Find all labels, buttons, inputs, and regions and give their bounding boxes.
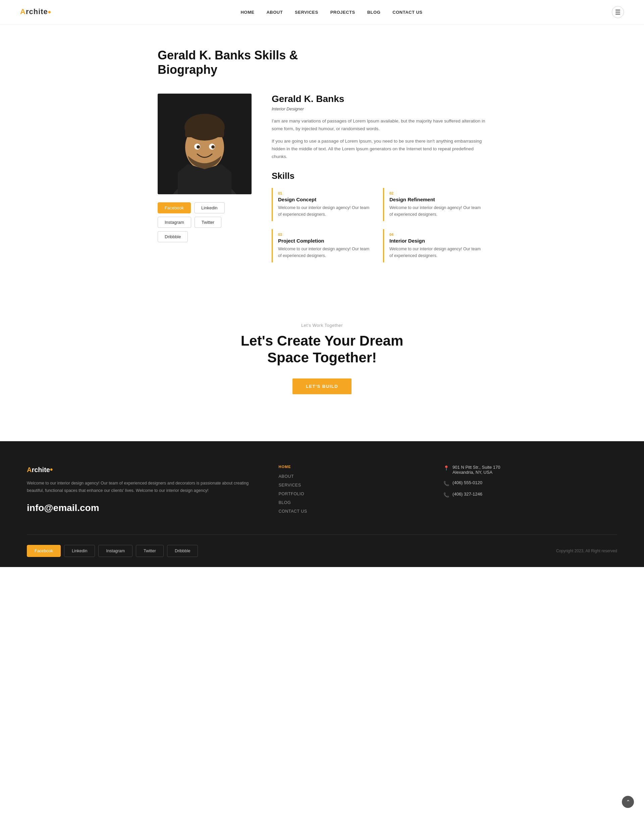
social-dribbble[interactable]: Dribbble xyxy=(158,231,188,242)
main-content: Gerald K. Banks Skills & Biography xyxy=(138,25,506,282)
footer-social-buttons: Facebook Linkedin Instagram Twitter Drib… xyxy=(27,545,198,557)
footer-social-instagram[interactable]: Instagram xyxy=(98,545,132,557)
bio-left: Facebook Linkedin Instagram Twitter Drib… xyxy=(158,94,251,242)
nav-services[interactable]: SERVICES xyxy=(295,10,318,15)
bio-section: Facebook Linkedin Instagram Twitter Drib… xyxy=(158,94,486,262)
social-instagram[interactable]: Instagram xyxy=(158,217,191,228)
cta-title: Let's Create Your Dream Space Together! xyxy=(208,333,436,367)
footer-col-brand: Archite• Welcome to our interior design … xyxy=(27,465,259,518)
footer-top: Archite• Welcome to our interior design … xyxy=(27,465,617,518)
logo[interactable]: Archite• xyxy=(20,7,51,17)
skills-grid: 01 Design Concept Welcome to our interio… xyxy=(272,188,486,262)
footer-nav-title: HOME xyxy=(279,465,424,469)
cta-button[interactable]: LET'S BUILD xyxy=(293,379,351,394)
footer-bottom: Facebook Linkedin Instagram Twitter Drib… xyxy=(27,534,617,557)
social-linkedin[interactable]: Linkedin xyxy=(194,202,224,213)
bio-role: Interior Designer xyxy=(272,106,486,111)
nav-blog[interactable]: BLOG xyxy=(367,10,381,15)
footer-social-facebook[interactable]: Facebook xyxy=(27,545,61,557)
person-illustration xyxy=(158,94,251,194)
main-nav: HOME ABOUT SERVICES PROJECTS BLOG CONTAC… xyxy=(241,10,422,15)
footer-phone1: 📞 (406) 555-0120 xyxy=(443,480,617,486)
bio-para2: If you are going to use a passage of Lor… xyxy=(272,138,486,161)
social-facebook[interactable]: Facebook xyxy=(158,202,191,213)
menu-button[interactable] xyxy=(612,6,624,18)
footer-nav-contact[interactable]: CONTACT US xyxy=(279,509,424,514)
footer-logo-a: A xyxy=(27,466,32,473)
nav-contact[interactable]: CONTACT US xyxy=(393,10,422,15)
menu-line-1 xyxy=(615,10,620,11)
skill-desc-3: Welcome to our interior design agency! O… xyxy=(278,246,370,259)
skill-num-4: 04 xyxy=(389,233,481,236)
cta-subtitle: Let's Work Together xyxy=(208,323,436,328)
nav-projects[interactable]: PROJECTS xyxy=(330,10,355,15)
footer-email[interactable]: info@email.com xyxy=(27,503,259,513)
footer-nav-blog[interactable]: BLOG xyxy=(279,500,424,505)
header: Archite• HOME ABOUT SERVICES PROJECTS BL… xyxy=(0,0,644,25)
footer-social-linkedin[interactable]: Linkedin xyxy=(64,545,95,557)
footer-col-nav: HOME ABOUT SERVICES PORTFOLIO BLOG CONTA… xyxy=(279,465,424,518)
skills-title: Skills xyxy=(272,171,486,181)
skill-card-4: 04 Interior Design Welcome to our interi… xyxy=(383,229,486,262)
footer: Archite• Welcome to our interior design … xyxy=(0,441,644,567)
bio-name: Gerald K. Banks xyxy=(272,94,486,104)
cta-section: Let's Work Together Let's Create Your Dr… xyxy=(188,296,456,421)
menu-line-3 xyxy=(615,14,620,14)
menu-line-2 xyxy=(615,12,620,12)
footer-address: 📍 901 N Pitt Str., Suite 170 Alexandria,… xyxy=(443,465,617,475)
skill-num-2: 02 xyxy=(389,191,481,195)
footer-nav-about[interactable]: ABOUT xyxy=(279,474,424,479)
skill-card-2: 02 Design Refinement Welcome to our inte… xyxy=(383,188,486,221)
phone2-text[interactable]: (406) 327-1246 xyxy=(452,491,482,497)
footer-col-contact: 📍 901 N Pitt Str., Suite 170 Alexandria,… xyxy=(443,465,617,518)
bio-right: Gerald K. Banks Interior Designer I'am a… xyxy=(272,94,486,262)
footer-copyright: Copyright 2023, All Right reserved xyxy=(556,549,617,553)
footer-logo-rest: rchite xyxy=(32,466,50,473)
skill-name-1: Design Concept xyxy=(278,196,370,202)
skill-num-1: 01 xyxy=(278,191,370,195)
skill-num-3: 03 xyxy=(278,233,370,236)
footer-nav-services[interactable]: SERVICES xyxy=(279,483,424,488)
logo-a: A xyxy=(20,8,26,16)
phone-icon-1: 📞 xyxy=(443,481,449,486)
bio-photo xyxy=(158,94,251,194)
skill-card-1: 01 Design Concept Welcome to our interio… xyxy=(272,188,375,221)
phone1-text[interactable]: (406) 555-0120 xyxy=(452,480,482,485)
social-buttons: Facebook Linkedin Instagram Twitter Drib… xyxy=(158,202,251,242)
footer-nav-portfolio[interactable]: PORTFOLIO xyxy=(279,491,424,496)
footer-desc: Welcome to our interior design agency! O… xyxy=(27,479,259,494)
footer-social-twitter[interactable]: Twitter xyxy=(136,545,164,557)
skill-name-3: Project Completion xyxy=(278,238,370,244)
logo-dot: • xyxy=(48,7,51,17)
logo-rest: rchite xyxy=(26,8,48,16)
svg-point-10 xyxy=(211,145,215,149)
skill-desc-1: Welcome to our interior design agency! O… xyxy=(278,204,370,218)
address-text: 901 N Pitt Str., Suite 170 Alexandria, N… xyxy=(452,465,500,475)
skill-desc-2: Welcome to our interior design agency! O… xyxy=(389,204,481,218)
nav-home[interactable]: HOME xyxy=(241,10,254,15)
skill-desc-4: Welcome to our interior design agency! O… xyxy=(389,246,481,259)
nav-about[interactable]: ABOUT xyxy=(266,10,283,15)
bio-para1: I'am are many variations of passages of … xyxy=(272,117,486,133)
svg-point-9 xyxy=(196,145,200,149)
footer-social-dribbble[interactable]: Dribbble xyxy=(167,545,198,557)
social-twitter[interactable]: Twitter xyxy=(195,217,221,228)
svg-rect-6 xyxy=(185,127,224,137)
location-icon: 📍 xyxy=(443,465,449,471)
footer-phone2: 📞 (406) 327-1246 xyxy=(443,491,617,497)
footer-logo-dot: • xyxy=(50,465,53,474)
footer-logo[interactable]: Archite• xyxy=(27,465,259,474)
phone-icon-2: 📞 xyxy=(443,492,449,497)
skill-name-4: Interior Design xyxy=(389,238,481,244)
skill-name-2: Design Refinement xyxy=(389,196,481,202)
skill-card-3: 03 Project Completion Welcome to our int… xyxy=(272,229,375,262)
page-title: Gerald K. Banks Skills & Biography xyxy=(158,48,486,77)
